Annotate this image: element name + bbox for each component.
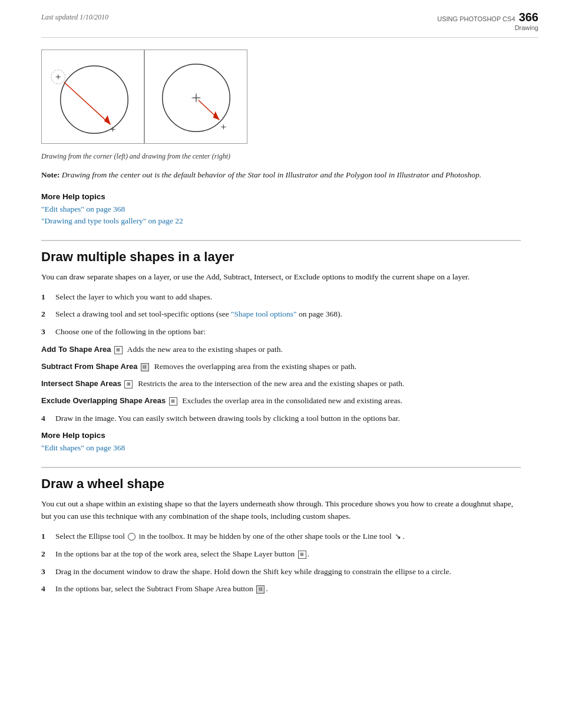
- step-1-2: 2 Select a drawing tool and set tool-spe…: [41, 308, 521, 321]
- step-2-1: 1 Select the Ellipse tool in the toolbox…: [41, 530, 521, 543]
- step-2-4: 4 In the options bar, select the Subtrac…: [41, 582, 521, 595]
- section1-steps: 1 Select the layer to which you want to …: [41, 291, 521, 338]
- option-exclude: Exclude Overlapping Shape Areas ⊞ Exclud…: [41, 395, 521, 407]
- intersect-shape-icon: ⊞: [124, 380, 133, 388]
- step-text: Draw in the image. You can easily switch…: [55, 412, 400, 425]
- diagram-left: [41, 50, 144, 144]
- help-link-drawing-gallery[interactable]: "Drawing and type tools gallery" on page…: [41, 216, 521, 226]
- step-1-4: 4 Draw in the image. You can easily swit…: [41, 412, 521, 425]
- step-text: Choose one of the following in the optio…: [55, 325, 206, 338]
- step-num: 3: [41, 565, 52, 578]
- step-num: 2: [41, 308, 52, 321]
- page: Last updated 1/10/2010 USING PHOTOSHOP C…: [0, 0, 562, 728]
- page-header: Last updated 1/10/2010 USING PHOTOSHOP C…: [0, 0, 562, 37]
- step-1-1: 1 Select the layer to which you want to …: [41, 291, 521, 304]
- option-add: Add To Shape Area ⊞ Adds the new area to…: [41, 344, 521, 356]
- svg-marker-14: [213, 111, 220, 120]
- option-label-intersect: Intersect Shape Areas: [41, 379, 121, 388]
- step-num: 3: [41, 325, 52, 338]
- step-text: Drag in the document window to draw the …: [55, 565, 451, 578]
- main-content: Drawing from the corner (left) and drawi…: [0, 38, 562, 619]
- step-text: Select a drawing tool and set tool-speci…: [55, 308, 342, 321]
- section1-intro: You can draw separate shapes on a layer,…: [41, 271, 521, 284]
- line-tool-icon: ↘: [395, 531, 401, 543]
- shape-layer-button-icon: ⊞: [298, 551, 306, 559]
- section1-title: Draw multiple shapes in a layer: [41, 240, 521, 265]
- option-label-exclude: Exclude Overlapping Shape Areas: [41, 396, 166, 405]
- option-label-subtract: Subtract From Shape Area: [41, 362, 138, 371]
- last-updated: Last updated 1/10/2010: [41, 11, 108, 22]
- ellipse-tool-icon: [128, 533, 135, 541]
- option-desc-add: Adds the new area to the existing shapes…: [125, 345, 283, 354]
- step-num: 1: [41, 291, 52, 304]
- note-label: Note:: [41, 170, 59, 179]
- step-text: In the options bar at the top of the wor…: [55, 548, 309, 561]
- svg-marker-5: [104, 116, 111, 125]
- note-text: Drawing from the center out is the defau…: [59, 170, 481, 179]
- exclude-shape-icon: ⊞: [169, 397, 177, 406]
- option-desc-intersect: Restricts the area to the intersection o…: [136, 379, 404, 388]
- option-label-add: Add To Shape Area: [41, 345, 111, 354]
- diagram-section: Drawing from the corner (left) and drawi…: [41, 50, 521, 161]
- chapter-label: Drawing: [437, 24, 538, 31]
- step-2-2: 2 In the options bar at the top of the w…: [41, 548, 521, 561]
- page-number: 366: [519, 11, 538, 24]
- more-help-heading-1: More Help topics: [41, 192, 521, 201]
- help-link-edit-shapes-2[interactable]: "Edit shapes" on page 368: [41, 443, 521, 453]
- step-text: Select the layer to which you want to ad…: [55, 291, 212, 304]
- note-paragraph: Note: Drawing from the center out is the…: [41, 169, 521, 182]
- diagram-right: [144, 50, 247, 144]
- step-text: In the options bar, select the Subtract …: [55, 582, 268, 595]
- page-info: USING PHOTOSHOP CS4 366 Drawing: [437, 11, 538, 31]
- diagrams-row: [41, 50, 247, 144]
- step-num: 2: [41, 548, 52, 561]
- help-link-edit-shapes-1[interactable]: "Edit shapes" on page 368: [41, 205, 521, 214]
- step-num: 4: [41, 412, 52, 425]
- section2-steps: 1 Select the Ellipse tool in the toolbox…: [41, 530, 521, 595]
- add-shape-icon: ⊞: [114, 346, 123, 354]
- option-desc-subtract: Removes the overlapping area from the ex…: [152, 362, 356, 371]
- step-num: 1: [41, 530, 52, 543]
- shape-tool-options-link[interactable]: "Shape tool options": [231, 309, 297, 318]
- subtract-shape-icon: ⊟: [141, 363, 149, 371]
- step-num: 4: [41, 582, 52, 595]
- step-text: Select the Ellipse tool in the toolbox. …: [55, 530, 405, 543]
- more-help-heading-2: More Help topics: [41, 431, 521, 440]
- step-1-3: 3 Choose one of the following in the opt…: [41, 325, 521, 338]
- section1-step4-list: 4 Draw in the image. You can easily swit…: [41, 412, 521, 425]
- product-label: USING PHOTOSHOP CS4 366: [437, 15, 538, 22]
- section2-title: Draw a wheel shape: [41, 467, 521, 492]
- subtract-button-icon: ⊟: [256, 585, 265, 594]
- image-caption: Drawing from the corner (left) and drawi…: [41, 152, 230, 161]
- step-2-3: 3 Drag in the document window to draw th…: [41, 565, 521, 578]
- svg-line-4: [64, 82, 111, 124]
- option-subtract: Subtract From Shape Area ⊟ Removes the o…: [41, 361, 521, 373]
- option-intersect: Intersect Shape Areas ⊞ Restricts the ar…: [41, 378, 521, 390]
- option-desc-exclude: Excludes the overlap area in the consoli…: [180, 396, 402, 405]
- section2-intro: You cut out a shape within an existing s…: [41, 498, 521, 523]
- svg-point-0: [61, 66, 128, 134]
